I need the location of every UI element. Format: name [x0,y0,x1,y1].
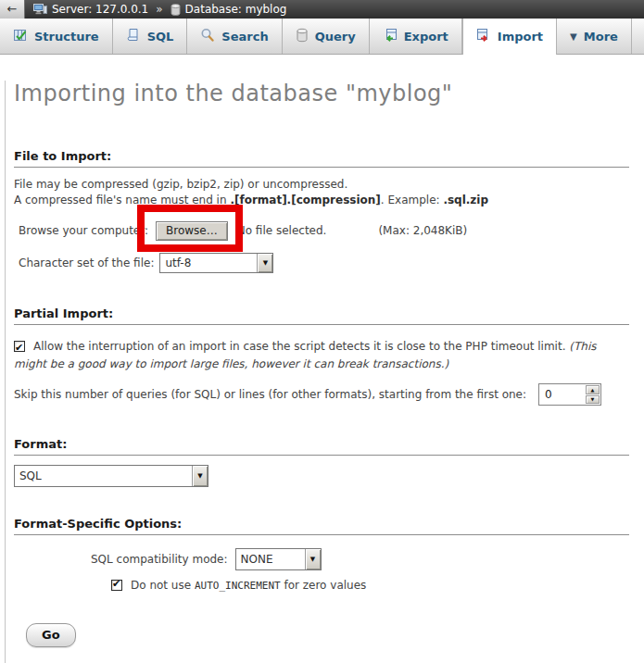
auto-increment-checkbox[interactable]: ✔ [111,580,122,591]
spinner-up-button[interactable]: ▲ [586,385,600,394]
file-to-import-heading: File to Import: [14,149,629,168]
tab-import[interactable]: Import [462,19,557,55]
skip-queries-row: Skip this number of queries (for SQL) or… [14,383,629,406]
browse-label: Browse your computer: [19,224,148,237]
tab-label: Export [404,30,448,44]
export-icon [383,28,398,45]
tab-label: Import [498,30,543,44]
dropdown-arrow-icon[interactable]: ▼ [192,466,208,486]
spinner-down-button[interactable]: ▼ [586,395,600,405]
charset-row: Character set of the file: utf-8 ▼ [14,253,629,273]
no-file-selected-text: No file selected. [237,224,327,237]
compression-info: File may be compressed (gzip, bzip2, zip… [14,177,629,208]
skip-queries-input[interactable]: 0 ▲ ▼ [538,383,601,406]
tab-label: Search [221,30,268,44]
query-icon [296,28,309,45]
spinner-buttons: ▲ ▼ [585,384,600,405]
chevron-down-icon: ▼ [570,31,577,42]
go-button[interactable]: Go [26,623,76,647]
sql-compatibility-label: SQL compatibility mode: [91,553,228,566]
allow-interrupt-label: Allow the interruption of an import in c… [33,340,569,353]
format-select[interactable]: SQL ▼ [14,465,208,487]
dropdown-arrow-icon[interactable]: ▼ [257,254,272,272]
search-icon [200,28,215,45]
tab-search[interactable]: Search [187,19,282,55]
page-title: Importing into the database "myblog" [14,81,629,106]
breadcrumb-separator: » [156,3,162,16]
tab-label: Query [315,30,356,44]
tab-label: SQL [147,30,174,44]
compression-line1: File may be compressed (gzip, bzip2, zip… [14,177,629,193]
phpmyadmin-import-page: ← Server: 127.0.0.1 » Database: mybl [0,0,644,663]
max-upload-size: (Max: 2,048KiB) [378,224,467,237]
compression-line2: A compressed file's name must end in .[f… [14,193,629,208]
breadcrumb: Server: 127.0.0.1 » Database: myblog [33,3,286,16]
charset-select-value: utf-8 [160,254,257,272]
tab-bar: Structure SQL Search [0,19,644,55]
structure-icon [13,28,28,45]
allow-interrupt-checkbox[interactable]: ✔ [14,341,25,352]
browse-button[interactable]: Browse… [156,221,228,241]
auto-increment-label: Do not use AUTO_INCREMENT for zero value… [131,579,366,592]
checkmark-icon: ✔ [15,339,23,357]
skip-queries-label: Skip this number of queries (for SQL) or… [14,388,526,401]
allow-interrupt-row: ✔Allow the interruption of an import in … [14,338,629,373]
format-heading: Format: [14,437,629,456]
auto-increment-code: AUTO_INCREMENT [195,580,281,592]
format-select-value: SQL [15,466,192,486]
tab-more[interactable]: ▼ More [557,19,632,55]
tab-label: More [584,30,618,44]
breadcrumb-server-link[interactable]: Server: 127.0.0.1 [52,3,148,16]
sql-compatibility-select[interactable]: NONE ▼ [235,548,322,570]
auto-increment-row: ✔Do not use AUTO_INCREMENT for zero valu… [14,579,629,592]
database-icon [170,4,181,16]
charset-label: Character set of the file: [19,256,154,269]
skip-queries-value: 0 [539,384,585,405]
sql-compatibility-value: NONE [236,549,305,569]
tab-export[interactable]: Export [370,19,462,55]
server-icon [33,3,47,16]
sql-compatibility-row: SQL compatibility mode: NONE ▼ [14,548,629,570]
tab-label: Structure [34,30,99,44]
tab-query[interactable]: Query [283,19,370,55]
checkmark-icon: ✔ [112,578,120,590]
import-icon [476,28,491,45]
browse-row: Browse your computer: Browse… No file se… [14,220,629,241]
main-content: Importing into the database "myblog" Fil… [5,81,644,663]
dropdown-arrow-icon[interactable]: ▼ [305,549,321,569]
partial-import-heading: Partial Import: [14,306,629,325]
format-specific-options-heading: Format-Specific Options: [14,517,629,535]
tab-structure[interactable]: Structure [0,19,113,55]
breadcrumb-database-link[interactable]: Database: myblog [185,3,287,16]
sql-icon [126,28,141,45]
tab-sql[interactable]: SQL [113,19,188,55]
back-button[interactable]: ← [0,0,25,19]
tab-bar-filler [632,19,644,55]
breadcrumb-bar: ← Server: 127.0.0.1 » Database: mybl [0,0,644,19]
charset-select[interactable]: utf-8 ▼ [159,253,273,273]
